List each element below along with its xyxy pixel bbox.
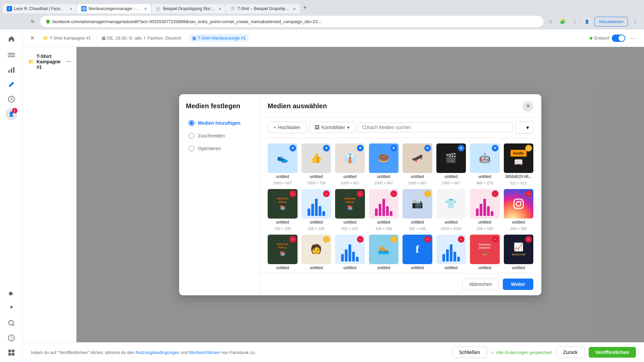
- more-tools-button[interactable]: ⋮: [570, 17, 580, 26]
- media-thumbnail[interactable]: DeliciousDONUTS 🍩 −: [470, 235, 500, 264]
- back-button[interactable]: ‹: [4, 17, 13, 26]
- media-thumbnail[interactable]: 📈 INVESTOR −: [504, 235, 534, 264]
- url-bar[interactable]: facebook.com/adsmanager/manage/ads/edit?…: [40, 16, 543, 27]
- media-item[interactable]: 📷 ! untitled 601 × 438: [402, 189, 432, 231]
- tab-facebook[interactable]: f Leon R. Chaudhari | Facebook ×: [3, 4, 76, 13]
- remove-badge[interactable]: −: [525, 190, 532, 197]
- media-thumbnail[interactable]: 👍 ★: [302, 143, 331, 173]
- remove-badge[interactable]: −: [323, 190, 330, 197]
- clock-icon[interactable]: [5, 93, 18, 106]
- media-item[interactable]: − untitled 100 × 100: [302, 189, 331, 231]
- remove-badge[interactable]: −: [289, 236, 296, 243]
- remove-badge[interactable]: −: [357, 190, 364, 197]
- update-more[interactable]: ⋮: [631, 17, 640, 26]
- media-thumbnail[interactable]: 👔 ★: [335, 143, 365, 173]
- remove-badge[interactable]: −: [390, 190, 397, 197]
- dialog-nav-optimieren[interactable]: Optimieren: [182, 142, 257, 155]
- tab-dropshipping[interactable]: 🛒 Beispiel Dropshipping Store -... ×: [152, 4, 225, 13]
- grid-icon-sidebar[interactable]: [5, 346, 18, 359]
- media-item[interactable]: − untitled 100 × 100: [436, 235, 466, 273]
- header-close-button[interactable]: ✕: [28, 34, 36, 42]
- media-item[interactable]: − untitled 100 × 100: [470, 189, 500, 231]
- menu-icon[interactable]: [5, 48, 18, 62]
- nutzungsbedingungen-link[interactable]: Nutzungsbedingungen: [136, 350, 179, 355]
- tab-close[interactable]: ×: [219, 6, 221, 11]
- media-thumbnail[interactable]: −: [470, 189, 500, 219]
- media-thumbnail[interactable]: ABROADBIBLE 📚 −: [335, 189, 365, 219]
- media-thumbnail[interactable]: ABROADBIBLE 📚 −: [268, 235, 298, 264]
- media-item[interactable]: ABROADBIBLE 📚 − untitled 851 × 315: [335, 189, 365, 231]
- media-item[interactable]: 🏊 ! untitled 658 × 756: [369, 235, 399, 273]
- media-item[interactable]: ABROADBIBLE 📚 − untitled 100 × 100: [268, 189, 298, 231]
- settings-icon[interactable]: [5, 287, 18, 300]
- media-thumbnail[interactable]: 🍩 ★: [369, 143, 399, 173]
- media-thumbnail[interactable]: −: [504, 189, 534, 219]
- close-button-bottom[interactable]: Schließen: [452, 347, 487, 358]
- media-thumbnail[interactable]: 👟 ★: [268, 143, 298, 173]
- media-thumbnail[interactable]: 🛹 ★: [402, 143, 432, 173]
- media-item[interactable]: 👍 ★ untitled 1000 × 750: [302, 143, 331, 185]
- next-button[interactable]: Weiter: [503, 279, 533, 290]
- werberichtlinien-link[interactable]: Werberichtlinien: [189, 350, 220, 355]
- media-thumbnail[interactable]: ABROADBIBLE 📚 −: [268, 189, 298, 219]
- analytics-icon[interactable]: [5, 63, 18, 76]
- media-item[interactable]: − untitled 100 × 100: [369, 189, 399, 231]
- media-thumbnail[interactable]: −: [335, 235, 365, 264]
- media-thumbnail[interactable]: 🎬 ★: [436, 143, 466, 173]
- media-thumbnail[interactable]: f −: [402, 235, 432, 264]
- tab-tshirt[interactable]: 👕 T-Shirt – Beispiel Dropshippin... ×: [226, 4, 300, 13]
- tab-close[interactable]: ×: [70, 6, 72, 11]
- alert-icon[interactable]: [5, 302, 18, 315]
- tab-ads-manager[interactable]: Werbeanzeigenmanager - Wer... ×: [77, 4, 151, 13]
- breadcrumb-ad[interactable]: ▦ T-Shirt Werbeanzeige #1: [190, 34, 249, 42]
- media-item[interactable]: 👕 untitled 1024 × 1024: [436, 189, 466, 231]
- remove-badge[interactable]: −: [424, 236, 431, 243]
- tab-close[interactable]: ×: [293, 6, 296, 11]
- filter-button[interactable]: ▾: [515, 121, 533, 134]
- media-thumbnail[interactable]: −: [436, 235, 466, 264]
- search-bar[interactable]: [358, 122, 513, 132]
- upload-button[interactable]: + Hochladen: [268, 122, 306, 133]
- account-images-button[interactable]: 🖼 Kontobilder ▾: [309, 122, 355, 133]
- forward-button[interactable]: ›: [16, 17, 25, 26]
- cancel-button[interactable]: Abbrechen: [462, 279, 499, 290]
- search-input[interactable]: [367, 125, 508, 130]
- media-item[interactable]: − untitled 200 × 200: [504, 189, 534, 231]
- media-thumbnail[interactable]: 🏊 !: [369, 235, 399, 264]
- remove-badge[interactable]: −: [289, 190, 296, 197]
- search-icon-sidebar[interactable]: [5, 316, 18, 330]
- media-thumbnail[interactable]: 📷 !: [402, 189, 432, 219]
- media-thumbnail[interactable]: 🤖 ★: [470, 143, 500, 173]
- extensions-button[interactable]: 🧩: [558, 17, 568, 26]
- back-button-bottom[interactable]: Zurück: [556, 347, 585, 358]
- media-item[interactable]: 👟 ★ untitled 1000 × 667: [268, 143, 298, 185]
- remove-badge[interactable]: −: [492, 190, 498, 197]
- user-avatar-sidebar[interactable]: 👤 1: [5, 107, 18, 121]
- remove-badge[interactable]: −: [525, 236, 532, 243]
- breadcrumb-adset[interactable]: ▦ DE, 18:30, G: alle, I: Fashion, Deutsc…: [99, 34, 184, 42]
- media-item[interactable]: f − untitled 325 × 325: [402, 235, 432, 273]
- media-item[interactable]: DeliciousDONUTS 🍩 − untitled 100 × 100: [470, 235, 500, 273]
- media-item[interactable]: 🎬 ★ untitled 1000 × 667: [436, 143, 466, 185]
- help-icon[interactable]: ?: [5, 331, 18, 345]
- dialog-nav-zuschneiden[interactable]: Zuschneiden: [182, 129, 257, 142]
- media-item[interactable]: − untitled 100 × 100: [335, 235, 365, 273]
- new-tab-button[interactable]: +: [301, 2, 310, 13]
- media-thumbnail[interactable]: 👕: [436, 189, 466, 219]
- profile-avatar[interactable]: 👤: [582, 17, 592, 26]
- publish-button[interactable]: Veröffentlichen: [589, 347, 636, 358]
- remove-badge[interactable]: −: [458, 236, 465, 243]
- tab-close[interactable]: ×: [144, 6, 147, 11]
- media-thumbnail[interactable]: −: [302, 189, 331, 219]
- media-item[interactable]: 👔 ★ untitled 1000 × 667: [335, 143, 365, 185]
- media-item[interactable]: kindle 📖 ! 3856d620-96... 512 × 512: [504, 143, 534, 185]
- media-item[interactable]: 🍩 ★ untitled 1000 × 667: [369, 143, 399, 185]
- toggle-switch[interactable]: [612, 35, 625, 42]
- media-thumbnail[interactable]: kindle 📖 !: [504, 143, 534, 173]
- media-thumbnail[interactable]: 🧑 !: [302, 235, 331, 264]
- reload-button[interactable]: ↻: [28, 17, 38, 26]
- remove-badge[interactable]: −: [492, 236, 498, 243]
- header-more-button[interactable]: ⋯: [628, 33, 639, 44]
- media-item[interactable]: 📈 INVESTOR − untitled 300 × 300: [504, 235, 534, 273]
- bookmark-button[interactable]: ☆: [546, 17, 555, 26]
